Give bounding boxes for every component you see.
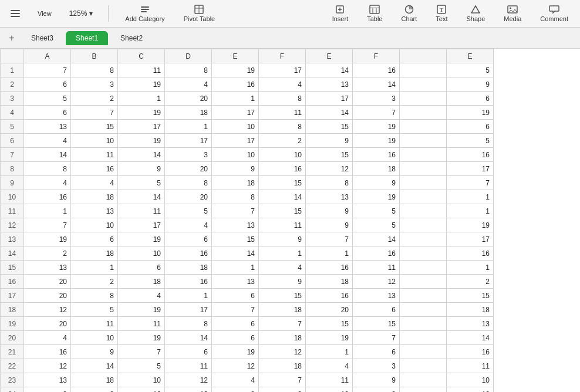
cell-r2c3[interactable]: 19 bbox=[118, 77, 165, 92]
cell-r2c4[interactable]: 4 bbox=[165, 77, 212, 92]
cell-r11c1[interactable]: 1 bbox=[24, 204, 71, 218]
cell-r13c2[interactable]: 6 bbox=[71, 232, 118, 246]
cell-r3c7[interactable]: 17 bbox=[306, 92, 353, 106]
cell-r13c4[interactable]: 6 bbox=[165, 232, 212, 246]
table-row[interactable]: 5131517110815196 bbox=[1, 120, 494, 134]
cell-r2c7[interactable]: 13 bbox=[306, 77, 353, 92]
cell-r23c1[interactable]: 13 bbox=[24, 373, 71, 387]
cell-r8c3[interactable]: 9 bbox=[118, 162, 165, 176]
cell-r16c8[interactable]: 12 bbox=[353, 275, 400, 289]
cell-r18c5[interactable]: 7 bbox=[212, 303, 259, 317]
cell-r15c10[interactable]: 1 bbox=[447, 261, 494, 275]
cell-r21c1[interactable]: 16 bbox=[24, 345, 71, 359]
cell-r4c4[interactable]: 18 bbox=[165, 106, 212, 120]
cell-r20c2[interactable]: 10 bbox=[71, 331, 118, 345]
cell-r15c9[interactable] bbox=[400, 261, 447, 275]
cell-r18c3[interactable]: 19 bbox=[118, 303, 165, 317]
cell-r24c1[interactable]: 9 bbox=[24, 387, 71, 393]
sidebar-toggle-button[interactable] bbox=[7, 5, 23, 22]
cell-r9c1[interactable]: 4 bbox=[24, 176, 71, 190]
cell-r17c4[interactable]: 1 bbox=[165, 289, 212, 303]
cell-r5c4[interactable]: 1 bbox=[165, 120, 212, 134]
cell-r19c8[interactable]: 15 bbox=[353, 317, 400, 331]
view-button[interactable]: View bbox=[33, 8, 56, 19]
add-sheet-button[interactable]: + bbox=[5, 31, 19, 45]
cell-r14c7[interactable]: 1 bbox=[306, 246, 353, 261]
cell-r22c6[interactable]: 18 bbox=[259, 359, 306, 373]
cell-r8c4[interactable]: 20 bbox=[165, 162, 212, 176]
table-row[interactable]: 1271017413119519 bbox=[1, 218, 494, 232]
cell-r19c7[interactable]: 15 bbox=[306, 317, 353, 331]
cell-r3c2[interactable]: 2 bbox=[71, 92, 118, 106]
cell-r24c7[interactable]: 19 bbox=[306, 387, 353, 393]
cell-r21c3[interactable]: 7 bbox=[118, 345, 165, 359]
table-row[interactable]: 1319619615971417 bbox=[1, 232, 494, 246]
cell-r5c10[interactable]: 6 bbox=[447, 120, 494, 134]
cell-r3c8[interactable]: 3 bbox=[353, 92, 400, 106]
cell-r10c1[interactable]: 16 bbox=[24, 190, 71, 204]
cell-r13c9[interactable] bbox=[400, 232, 447, 246]
spreadsheet-container[interactable]: A B C D E F E F E 1781181917141652631941… bbox=[0, 49, 580, 392]
cell-r18c7[interactable]: 20 bbox=[306, 303, 353, 317]
cell-r23c10[interactable]: 10 bbox=[447, 373, 494, 387]
cell-r19c2[interactable]: 11 bbox=[71, 317, 118, 331]
cell-r17c3[interactable]: 4 bbox=[118, 289, 165, 303]
cell-r9c7[interactable]: 8 bbox=[306, 176, 353, 190]
cell-r7c1[interactable]: 14 bbox=[24, 148, 71, 162]
table-row[interactable]: 641019171729195 bbox=[1, 134, 494, 148]
cell-r1c10[interactable]: 5 bbox=[447, 63, 494, 77]
cell-r3c5[interactable]: 1 bbox=[212, 92, 259, 106]
cell-r13c1[interactable]: 19 bbox=[24, 232, 71, 246]
cell-r11c4[interactable]: 5 bbox=[165, 204, 212, 218]
cell-r10c3[interactable]: 14 bbox=[118, 190, 165, 204]
cell-r4c10[interactable]: 19 bbox=[447, 106, 494, 120]
cell-r13c3[interactable]: 19 bbox=[118, 232, 165, 246]
cell-r20c3[interactable]: 19 bbox=[118, 331, 165, 345]
cell-r22c3[interactable]: 5 bbox=[118, 359, 165, 373]
cell-r6c6[interactable]: 2 bbox=[259, 134, 306, 148]
cell-r16c3[interactable]: 18 bbox=[118, 275, 165, 289]
cell-r12c6[interactable]: 11 bbox=[259, 218, 306, 232]
cell-r10c8[interactable]: 19 bbox=[353, 190, 400, 204]
cell-r20c6[interactable]: 18 bbox=[259, 331, 306, 345]
cell-r21c7[interactable]: 1 bbox=[306, 345, 353, 359]
cell-r2c2[interactable]: 3 bbox=[71, 77, 118, 92]
cell-r9c4[interactable]: 8 bbox=[165, 176, 212, 190]
cell-r11c6[interactable]: 15 bbox=[259, 204, 306, 218]
cell-r17c7[interactable]: 16 bbox=[306, 289, 353, 303]
cell-r3c10[interactable]: 6 bbox=[447, 92, 494, 106]
cell-r12c4[interactable]: 4 bbox=[165, 218, 212, 232]
cell-r9c2[interactable]: 4 bbox=[71, 176, 118, 190]
cell-r17c2[interactable]: 8 bbox=[71, 289, 118, 303]
cell-r1c8[interactable]: 16 bbox=[353, 63, 400, 77]
cell-r17c8[interactable]: 13 bbox=[353, 289, 400, 303]
cell-r19c6[interactable]: 7 bbox=[259, 317, 306, 331]
cell-r20c7[interactable]: 19 bbox=[306, 331, 353, 345]
table-row[interactable]: 22121451112184311 bbox=[1, 359, 494, 373]
cell-r12c10[interactable]: 19 bbox=[447, 218, 494, 232]
cell-r18c9[interactable] bbox=[400, 303, 447, 317]
cell-r16c2[interactable]: 2 bbox=[71, 275, 118, 289]
cell-r12c2[interactable]: 10 bbox=[71, 218, 118, 232]
comment-button[interactable]: Comment bbox=[535, 2, 573, 25]
cell-r9c9[interactable] bbox=[400, 176, 447, 190]
cell-r1c6[interactable]: 17 bbox=[259, 63, 306, 77]
cell-r7c9[interactable] bbox=[400, 148, 447, 162]
cell-r14c6[interactable]: 1 bbox=[259, 246, 306, 261]
cell-r16c5[interactable]: 13 bbox=[212, 275, 259, 289]
cell-r14c1[interactable]: 2 bbox=[24, 246, 71, 261]
cell-r22c8[interactable]: 3 bbox=[353, 359, 400, 373]
cell-r7c4[interactable]: 3 bbox=[165, 148, 212, 162]
cell-r23c7[interactable]: 11 bbox=[306, 373, 353, 387]
cell-r4c3[interactable]: 19 bbox=[118, 106, 165, 120]
cell-r13c7[interactable]: 7 bbox=[306, 232, 353, 246]
zoom-control[interactable]: 125% ▾ bbox=[66, 8, 97, 19]
cell-r24c8[interactable]: 2 bbox=[353, 387, 400, 393]
cell-r17c9[interactable] bbox=[400, 289, 447, 303]
cell-r24c4[interactable]: 13 bbox=[165, 387, 212, 393]
cell-r17c6[interactable]: 15 bbox=[259, 289, 306, 303]
table-row[interactable]: 16202181613918122 bbox=[1, 275, 494, 289]
cell-r7c2[interactable]: 11 bbox=[71, 148, 118, 162]
cell-r2c6[interactable]: 4 bbox=[259, 77, 306, 92]
cell-r24c9[interactable] bbox=[400, 387, 447, 393]
